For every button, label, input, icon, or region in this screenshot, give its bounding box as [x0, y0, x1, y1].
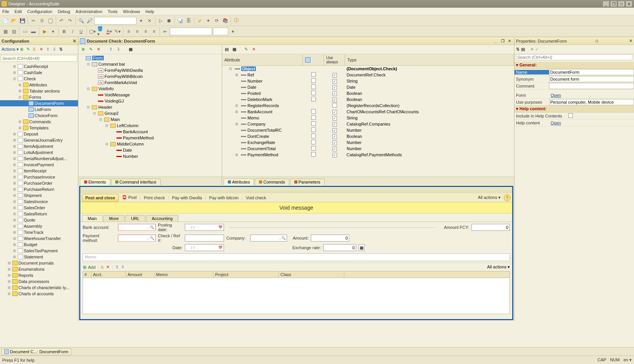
post-and-close-button[interactable]: Post and close [82, 194, 119, 202]
size-combo[interactable] [213, 28, 228, 35]
attribute-row[interactable]: ⊞Company✓CatalogRef.Companies [222, 121, 514, 127]
undo-icon[interactable]: ↶ [58, 17, 65, 25]
element-item[interactable]: Number [78, 153, 222, 159]
size-dd-icon[interactable]: ▾ [229, 28, 237, 35]
all-actions-button[interactable]: All actions ▾ [478, 195, 501, 200]
tbl-down-icon[interactable]: ⇩ [121, 265, 124, 270]
tree-item[interactable]: ⊞SalesOrder [0, 205, 78, 211]
tree-item[interactable]: ⊞WarehouseTransfer [0, 235, 78, 242]
dropdown-icon[interactable]: ▾ [137, 17, 145, 25]
restore-button[interactable]: ❐ [610, 1, 617, 7]
tab-elements[interactable]: Elements [80, 179, 110, 185]
attribute-row[interactable]: Number✓String [222, 78, 514, 84]
print-check-button[interactable]: Print check [144, 195, 165, 200]
tbl-up-icon[interactable]: ⇧ [115, 265, 119, 270]
element-item[interactable]: BankAccount [78, 129, 222, 135]
attribute-row[interactable]: Posted✓Boolean [222, 90, 514, 96]
tab-commands[interactable]: Commands [255, 179, 289, 185]
bold-icon[interactable]: B [60, 28, 68, 35]
payment-method-input[interactable]: …🔍 [118, 235, 156, 242]
table-col-acct[interactable]: Acct. [91, 271, 126, 278]
taskbar-item[interactable]: Document C...: DocumentForm [2, 348, 71, 355]
down-icon[interactable]: ⇩ [53, 47, 58, 52]
tree-item[interactable]: ⊟Forms [0, 94, 78, 100]
props-check-icon[interactable]: ✓ [535, 47, 539, 52]
prop-include-help-checkbox[interactable] [568, 113, 573, 118]
elem-up-icon[interactable]: ⇧ [108, 46, 114, 53]
copy-node-icon[interactable]: ⎘ [33, 47, 38, 52]
border-icon[interactable]: ▢▾ [88, 28, 96, 35]
menu-edit[interactable]: Edit [15, 9, 22, 14]
save-icon[interactable]: 💾 [18, 17, 26, 25]
attribute-row[interactable]: DeletionMark✓Boolean [222, 96, 514, 103]
tree-item[interactable]: ⊞Commands [0, 119, 78, 125]
tree-item[interactable]: ⊞CashSale [0, 69, 78, 76]
db-icon[interactable]: 🗄 [185, 17, 193, 25]
tree-item[interactable]: ⊞Quote [0, 217, 78, 223]
table-icon[interactable]: ▤ [10, 28, 18, 35]
tree-item[interactable]: ⊞TimeTrack [0, 229, 78, 235]
redo-icon[interactable]: ↷ [66, 17, 74, 25]
element-item[interactable]: ⊟MiddleColumn [78, 141, 222, 147]
tree-item[interactable]: ⊞Tabular sections [0, 88, 78, 94]
add-row-button[interactable]: ⊕Add [83, 264, 96, 270]
cell2-icon[interactable]: ▬ [30, 28, 37, 35]
tree-item[interactable]: ⊞Templates [0, 125, 78, 131]
amount-fcy-input[interactable]: 0 [471, 224, 510, 231]
tree-item[interactable]: DocumentForm [0, 100, 78, 106]
elem-add-icon[interactable]: ⊕ [80, 46, 86, 53]
menu-administration[interactable]: Administration [76, 9, 103, 14]
tree-item[interactable]: ⊞SalesInvoice [0, 199, 78, 205]
elem-del-icon[interactable]: ✕ [95, 46, 101, 53]
refresh-icon[interactable]: ⟳ [213, 17, 221, 25]
attribute-row[interactable]: ⊞Ref✓DocumentRef.Check [222, 72, 514, 78]
tree-item[interactable]: ⊞GeneralJournalEntry [0, 137, 78, 143]
stop-icon[interactable]: ⏹ [165, 17, 173, 25]
void-check-button[interactable]: Void check [246, 195, 266, 200]
attribute-row[interactable]: ⊞RegisterRecords(RegisterRecordsCollecti… [222, 103, 514, 109]
elem-down-icon[interactable]: ⇩ [115, 46, 121, 53]
table-col-[interactable]: # [83, 271, 91, 278]
attribute-row[interactable]: DocumentTotal✓Number [222, 146, 514, 152]
tbl-all-actions-button[interactable]: All actions ▾ [487, 265, 510, 270]
doc-restore-icon[interactable]: ❐ [500, 38, 506, 44]
attr-del-icon[interactable]: ✕ [251, 46, 257, 53]
prop-help-open-link[interactable]: Open [549, 121, 561, 125]
post-button[interactable]: 📮 Post [122, 195, 137, 200]
attribute-row[interactable]: ⊞BankAccount✓ChartOfAccountsRef.ChartOfA… [222, 109, 514, 115]
copy-icon[interactable]: ⎘ [38, 17, 46, 25]
books-icon[interactable]: 📚 [221, 17, 229, 25]
grid-icon[interactable]: ▦ [2, 28, 9, 35]
font-combo[interactable] [170, 28, 212, 35]
props-sort-icon[interactable]: ⇅ [516, 47, 519, 52]
tree-item[interactable]: ⊞PurchaseInvoice [0, 174, 78, 180]
element-item[interactable]: ⊟Header [78, 104, 222, 110]
pay-dwolla-button[interactable]: Pay with Dwolla [172, 195, 202, 200]
tree-item[interactable]: ⊞ItemReceipt [0, 168, 78, 174]
attribute-row[interactable]: Memo✓String [222, 115, 514, 121]
tree-item[interactable]: ⊞CashReceipt [0, 63, 78, 69]
menu-configuration[interactable]: Configuration [27, 9, 52, 14]
menu-windows[interactable]: Windows [123, 9, 140, 14]
underline-icon[interactable]: U [77, 28, 85, 35]
element-item[interactable]: ⊟Main [78, 116, 222, 122]
element-item[interactable]: okFormPayWithDwolla [78, 67, 222, 73]
exchange-calc-button[interactable]: ▦ [358, 244, 365, 251]
tree-item[interactable]: ListForm [0, 106, 78, 113]
help-button[interactable]: ? [504, 194, 511, 201]
form-tab-accounting[interactable]: Accounting [146, 215, 178, 222]
elem-props-icon[interactable]: ▦ [128, 46, 134, 53]
tree-item[interactable]: ⊞Charts of characteristic ty... [0, 285, 78, 291]
props-close-icon[interactable]: ✕ [629, 38, 632, 43]
attributes-tree[interactable]: ⊟Object(DocumentObject.Check)⊞Ref✓Docume… [222, 66, 514, 177]
exchange-rate-input[interactable]: 0 [323, 244, 356, 251]
tree-item[interactable]: ⊞SalesReturn [0, 211, 78, 217]
table-col-amount[interactable]: Amount [126, 271, 154, 278]
search-combo[interactable] [94, 17, 136, 25]
table-col-memo[interactable]: Memo [154, 271, 214, 278]
element-item[interactable]: Date [78, 147, 222, 153]
element-item[interactable]: okFormMarkAsVoid [78, 79, 222, 86]
element-item[interactable]: ⊟VoidInfo [78, 86, 222, 92]
help-icon[interactable]: ⓘ [232, 17, 240, 25]
attribute-row[interactable]: ⊞PaymentMethod✓CatalogRef.PaymentMethods [222, 152, 514, 158]
